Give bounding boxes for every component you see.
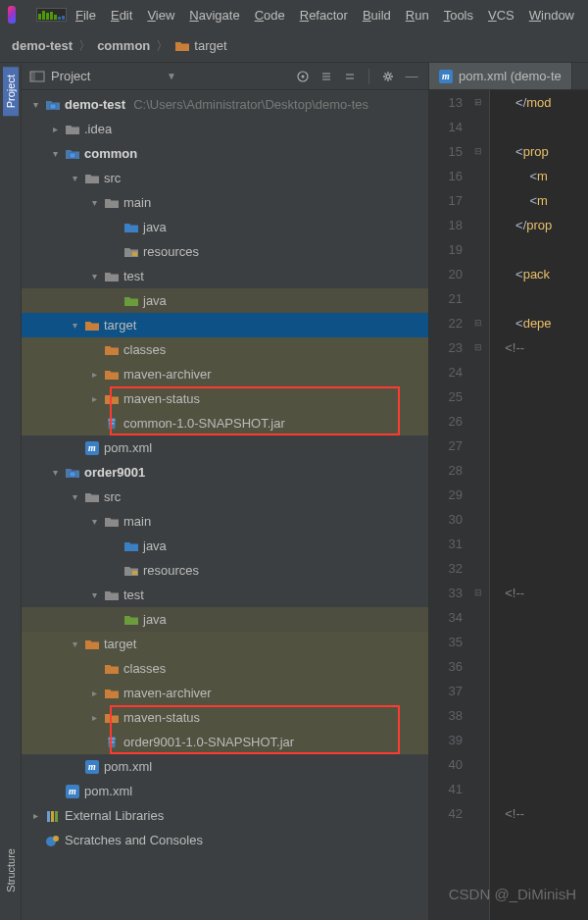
chevron-icon[interactable]: ▾: [49, 467, 61, 478]
performance-widget[interactable]: [36, 8, 67, 22]
tree-item-src[interactable]: ▾src: [22, 166, 428, 190]
hide-icon[interactable]: —: [403, 68, 420, 85]
tree-label: order9001-1.0-SNAPSHOT.jar: [123, 735, 294, 749]
chevron-icon[interactable]: [108, 614, 120, 625]
tree-item-classes[interactable]: classes: [22, 656, 428, 681]
chevron-icon[interactable]: [69, 761, 80, 772]
menu-run[interactable]: Run: [400, 6, 435, 25]
chevron-icon[interactable]: ▸: [88, 712, 100, 723]
menu-build[interactable]: Build: [357, 6, 397, 25]
tree-item-maven-archiver[interactable]: ▸maven-archiver: [22, 362, 428, 386]
tree-item-classes[interactable]: classes: [22, 337, 428, 362]
tree-item-maven-status[interactable]: ▸maven-status: [22, 705, 428, 730]
tree-item-resources[interactable]: resources: [22, 558, 428, 583]
chevron-icon[interactable]: [108, 295, 120, 306]
expand-all-icon[interactable]: [318, 68, 335, 85]
tree-label: maven-status: [123, 710, 200, 725]
chevron-icon[interactable]: ▸: [88, 393, 100, 404]
chevron-icon[interactable]: [88, 663, 100, 674]
fold-icon[interactable]: ⊟: [474, 588, 482, 597]
menu-tools[interactable]: Tools: [438, 6, 479, 25]
breadcrumb-common[interactable]: common: [97, 38, 150, 53]
chevron-icon[interactable]: [88, 737, 100, 747]
chevron-icon[interactable]: ▸: [88, 688, 100, 698]
breadcrumb-demo-test[interactable]: demo-test: [12, 38, 73, 53]
tree-item-test[interactable]: ▾test: [22, 264, 428, 288]
chevron-icon[interactable]: ▾: [88, 271, 100, 281]
chevron-icon[interactable]: [88, 344, 100, 355]
rail-structure[interactable]: Structure: [3, 841, 19, 900]
collapse-all-icon[interactable]: [341, 68, 359, 85]
menu-navigate[interactable]: Navigate: [183, 6, 245, 25]
tree-item-scratches-and-consoles[interactable]: Scratches and Consoles: [22, 828, 428, 852]
tree-label: common: [84, 146, 137, 161]
chevron-icon[interactable]: ▾: [29, 99, 41, 110]
tree-item-target[interactable]: ▾target: [22, 313, 428, 337]
menu-edit[interactable]: Edit: [105, 6, 138, 25]
gear-icon[interactable]: [379, 68, 397, 85]
tree-item-demo-test[interactable]: ▾demo-testC:\Users\Administrator\Desktop…: [22, 92, 428, 117]
tree-item-pom-xml[interactable]: mpom.xml: [22, 754, 428, 779]
chevron-icon[interactable]: ▾: [49, 148, 61, 159]
chevron-icon[interactable]: ▾: [69, 491, 80, 502]
tree-item-order9001[interactable]: ▾order9001: [22, 460, 428, 485]
tree-item-java[interactable]: java: [22, 607, 428, 632]
fold-icon[interactable]: ⊟: [474, 318, 482, 328]
code-area[interactable]: </mod <prop <m <m </prop <pack <depe <!-…: [490, 90, 588, 920]
editor-body[interactable]: 1314151617181920212223242526272829303132…: [429, 90, 588, 920]
tree-item-common-1-0-snapshot-jar[interactable]: common-1.0-SNAPSHOT.jar: [22, 411, 428, 435]
tree-item-resources[interactable]: resources: [22, 239, 428, 264]
chevron-icon[interactable]: [108, 222, 120, 232]
chevron-icon[interactable]: [69, 442, 80, 453]
tree-item-pom-xml[interactable]: mpom.xml: [22, 435, 428, 460]
chevron-icon[interactable]: [108, 246, 120, 257]
chevron-icon[interactable]: ▾: [69, 639, 80, 649]
line-number: 35: [429, 630, 463, 654]
project-tree[interactable]: ▾demo-testC:\Users\Administrator\Desktop…: [22, 90, 428, 920]
chevron-icon[interactable]: ▸: [49, 124, 61, 134]
tree-item-pom-xml[interactable]: mpom.xml: [22, 779, 428, 803]
chevron-icon[interactable]: ▸: [29, 810, 41, 821]
dropdown-icon[interactable]: ▼: [167, 71, 176, 81]
menu-view[interactable]: View: [141, 6, 180, 25]
chevron-icon[interactable]: ▾: [88, 516, 100, 527]
rail-project[interactable]: Project: [3, 67, 19, 116]
tree-item-java[interactable]: java: [22, 215, 428, 239]
tree-item-main[interactable]: ▾main: [22, 509, 428, 534]
menu-vcs[interactable]: VCS: [482, 6, 520, 25]
chevron-icon[interactable]: [49, 786, 61, 796]
tree-item-maven-archiver[interactable]: ▸maven-archiver: [22, 681, 428, 705]
menu-code[interactable]: Code: [249, 6, 291, 25]
chevron-icon[interactable]: ▾: [88, 197, 100, 208]
project-view-label[interactable]: Project: [51, 69, 157, 83]
chevron-icon[interactable]: ▸: [88, 369, 100, 380]
fold-gutter[interactable]: ⊟⊟⊟⊟⊟⌐: [470, 90, 490, 920]
tree-item-target[interactable]: ▾target: [22, 632, 428, 656]
menu-file[interactable]: File: [70, 6, 102, 25]
tree-item-order9001-1-0-snapshot-jar[interactable]: order9001-1.0-SNAPSHOT.jar: [22, 730, 428, 754]
tree-item-src[interactable]: ▾src: [22, 485, 428, 509]
chevron-icon[interactable]: [108, 565, 120, 576]
tree-item-java[interactable]: java: [22, 288, 428, 313]
chevron-icon[interactable]: ▾: [88, 589, 100, 600]
chevron-icon[interactable]: [29, 835, 41, 845]
chevron-icon[interactable]: ▾: [69, 320, 80, 331]
tree-item-maven-status[interactable]: ▸maven-status: [22, 386, 428, 411]
breadcrumb-target[interactable]: target: [174, 38, 226, 53]
editor-tab-pomxml[interactable]: m pom.xml (demo-te: [429, 63, 572, 89]
tree-item--idea[interactable]: ▸.idea: [22, 117, 428, 141]
menu-window[interactable]: Window: [523, 6, 580, 25]
fold-icon[interactable]: ⊟: [474, 342, 482, 352]
line-number: 17: [429, 188, 463, 213]
tree-item-test[interactable]: ▾test: [22, 583, 428, 607]
chevron-icon[interactable]: [108, 540, 120, 551]
tree-item-java[interactable]: java: [22, 534, 428, 558]
select-opened-file-icon[interactable]: [294, 68, 312, 85]
fold-icon[interactable]: ⊟: [474, 146, 482, 156]
tree-item-external-libraries[interactable]: ▸External Libraries: [22, 803, 428, 828]
menu-refactor[interactable]: Refactor: [294, 6, 354, 25]
tree-item-main[interactable]: ▾main: [22, 190, 428, 215]
chevron-icon[interactable]: ▾: [69, 173, 80, 183]
tree-item-common[interactable]: ▾common: [22, 141, 428, 166]
chevron-icon[interactable]: [88, 418, 100, 429]
